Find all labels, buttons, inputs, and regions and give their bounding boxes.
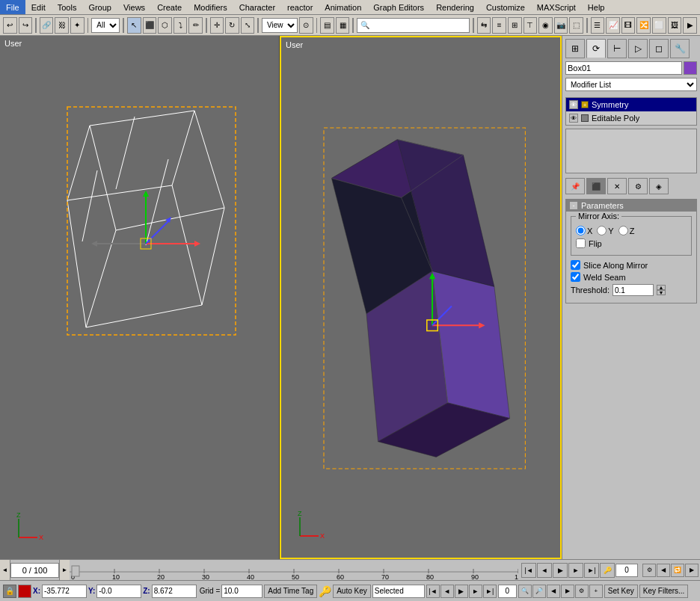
z-input[interactable]: [152, 585, 197, 598]
make-unique-btn[interactable]: ◈: [649, 178, 669, 194]
set-key-btn[interactable]: Set Key: [604, 585, 638, 598]
snap-toggle-btn[interactable]: ⊞: [508, 17, 522, 34]
mirror-btn[interactable]: ⇆: [477, 17, 491, 34]
weld-seam-checkbox[interactable]: [571, 272, 580, 282]
key-lock-icon[interactable]: 🔑: [319, 585, 331, 597]
pin-stack-btn[interactable]: 📌: [565, 178, 585, 194]
menu-create[interactable]: Create: [151, 0, 188, 14]
params-collapse-btn[interactable]: -: [569, 201, 578, 210]
stack-eye-editable-poly[interactable]: 👁: [569, 114, 578, 123]
material-editor-btn[interactable]: ⬜: [652, 17, 666, 34]
named-selections-btn[interactable]: ▦: [336, 17, 350, 34]
prev-frame-btn[interactable]: ◄: [537, 563, 552, 578]
extra2-btn[interactable]: ▶: [561, 585, 574, 598]
menu-customize[interactable]: Customize: [480, 0, 531, 14]
object-color-box[interactable]: [684, 61, 697, 75]
object-name-input[interactable]: [565, 61, 682, 75]
zoom-in-btn[interactable]: 🔍: [518, 585, 532, 598]
select-move-btn[interactable]: ✛: [210, 17, 224, 34]
schematic-view-btn[interactable]: 🔀: [636, 17, 651, 34]
menu-character[interactable]: Character: [233, 0, 281, 14]
add-time-tag-btn[interactable]: Add Time Tag: [264, 585, 317, 598]
viewport-right[interactable]: User: [280, 36, 562, 559]
select-link-btn[interactable]: 🔗: [40, 17, 54, 34]
threshold-spin-up[interactable]: ▲: [657, 285, 666, 290]
x-input[interactable]: [42, 585, 87, 598]
mini-prev-btn[interactable]: ◄: [440, 585, 454, 598]
params-header[interactable]: - Parameters: [566, 200, 696, 212]
menu-views[interactable]: Views: [117, 0, 151, 14]
threshold-spin-down[interactable]: ▼: [657, 290, 666, 295]
something-btn[interactable]: ◀: [657, 564, 670, 577]
remove-modifier-btn[interactable]: ✕: [607, 178, 627, 194]
tab-modify[interactable]: ⟳: [586, 39, 606, 58]
select-btn[interactable]: ↖: [127, 17, 141, 34]
tab-display2[interactable]: ◻: [649, 39, 669, 58]
key-filters-btn[interactable]: Key Filters...: [639, 585, 689, 598]
something2-btn[interactable]: ▶: [685, 564, 699, 577]
menu-graph-editors[interactable]: Graph Editors: [367, 0, 430, 14]
stack-item-editable-poly[interactable]: 👁 Editable Poly: [566, 111, 696, 125]
mini-start-btn[interactable]: |◄: [426, 585, 440, 598]
tab-hierarchy[interactable]: ⊢: [607, 39, 627, 58]
menu-help[interactable]: Help: [582, 0, 611, 14]
flip-checkbox[interactable]: [576, 238, 586, 248]
slice-along-mirror-row[interactable]: Slice Along Mirror: [571, 260, 692, 270]
render-scene-btn[interactable]: 🖼: [668, 17, 682, 34]
tab-display[interactable]: ⊞: [565, 39, 585, 58]
align-to-view-btn[interactable]: ⬚: [569, 17, 583, 34]
align-camera-btn[interactable]: 📷: [554, 17, 568, 34]
lock-icon[interactable]: 🔒: [3, 585, 16, 598]
axis-x-radio[interactable]: X: [576, 226, 592, 235]
rotate-btn[interactable]: ↻: [225, 17, 239, 34]
menu-reactor[interactable]: reactor: [281, 0, 319, 14]
tab-motion[interactable]: ▷: [628, 39, 648, 58]
timeline-scroll-right[interactable]: ►: [59, 560, 70, 580]
mini-play-btn[interactable]: ▶: [455, 585, 468, 598]
tab-utilities[interactable]: 🔧: [670, 39, 690, 58]
configure-modifier-btn[interactable]: ⚙: [628, 178, 648, 194]
scale-btn[interactable]: ⤡: [241, 17, 255, 34]
frame-input[interactable]: [615, 564, 638, 577]
menu-tools[interactable]: Tools: [52, 0, 83, 14]
flip-checkbox-row[interactable]: Flip: [576, 238, 687, 248]
stack-plus-symmetry[interactable]: +: [581, 101, 589, 108]
select-lasso-btn[interactable]: ⤵: [174, 17, 188, 34]
stack-eye-symmetry[interactable]: 👁: [569, 100, 578, 109]
axis-z-radio[interactable]: Z: [618, 226, 635, 235]
axis-y-radio[interactable]: Y: [597, 226, 613, 235]
timeline-scroll-left[interactable]: ◄: [0, 560, 10, 580]
modifier-list-dropdown[interactable]: Modifier List: [565, 78, 697, 91]
normal-align-btn[interactable]: ⊤: [524, 17, 538, 34]
slice-along-mirror-checkbox[interactable]: [571, 260, 580, 270]
select-fence-btn[interactable]: ⬡: [158, 17, 172, 34]
menu-modifiers[interactable]: Modifiers: [188, 0, 233, 14]
menu-group[interactable]: Group: [82, 0, 117, 14]
next-frame-btn[interactable]: ►: [568, 563, 583, 578]
dope-sheet-btn[interactable]: 🎞: [621, 17, 636, 34]
viewport-left[interactable]: User: [0, 36, 280, 559]
menu-animation[interactable]: Animation: [319, 0, 367, 14]
time-config-btn[interactable]: ⚙: [642, 564, 656, 577]
named-select-sets-btn[interactable]: ☰: [591, 17, 605, 34]
select-paint-btn[interactable]: ✏: [188, 17, 203, 34]
go-to-end-btn[interactable]: ►|: [584, 563, 599, 578]
redo-btn[interactable]: ↪: [19, 17, 33, 34]
menu-maxscript[interactable]: MAXScript: [531, 0, 582, 14]
grid-input[interactable]: [221, 585, 262, 598]
play-btn[interactable]: ▶: [553, 563, 568, 578]
bind-to-space-warp-btn[interactable]: ✦: [70, 17, 85, 34]
extra4-btn[interactable]: +: [589, 585, 603, 598]
unlink-btn[interactable]: ⛓: [55, 17, 69, 34]
extra1-btn[interactable]: ◀: [547, 585, 560, 598]
zoom-out-btn[interactable]: 🔎: [532, 585, 546, 598]
reference-coord-dropdown[interactable]: View: [262, 18, 298, 33]
threshold-input[interactable]: [612, 284, 654, 296]
extra3-btn[interactable]: ⚙: [575, 585, 589, 598]
go-to-start-btn[interactable]: |◄: [521, 563, 536, 578]
quick-render-btn[interactable]: ▶: [683, 17, 697, 34]
loop-btn[interactable]: 🔁: [671, 564, 684, 577]
timeline-track[interactable]: 0 10 20 30 40 50 60 70 80 90 100: [70, 560, 518, 580]
layer-btn[interactable]: ▤: [320, 17, 334, 34]
auto-key-btn[interactable]: Auto Key: [333, 585, 371, 598]
